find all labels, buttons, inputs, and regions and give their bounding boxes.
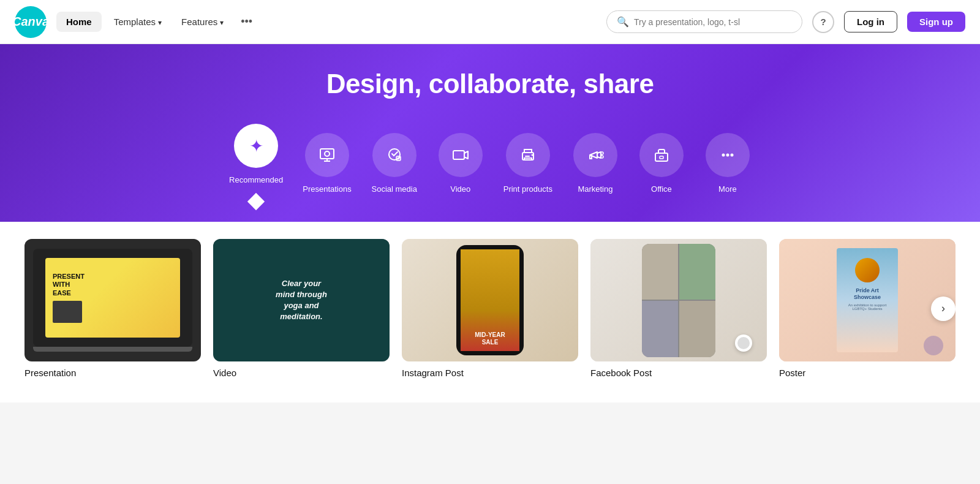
presentation-thumbnail: PRESENTWITHEASE — [24, 239, 201, 361]
cards-row: PRESENTWITHEASE Presentation Clear yourm… — [24, 239, 956, 378]
canva-logo[interactable]: Canva — [15, 6, 47, 38]
instagram-bg: MID-YEARSALE — [402, 239, 578, 361]
presentation-label: Presentation — [24, 368, 201, 378]
video-card-text: Clear yourmind throughyoga andmeditation… — [266, 268, 337, 333]
hero-title: Design, collaborate, share — [326, 69, 654, 99]
svg-point-14 — [726, 154, 729, 157]
office-icon — [639, 133, 684, 177]
features-chevron-icon — [220, 17, 224, 27]
card-instagram[interactable]: MID-YEARSALE Instagram Post — [402, 239, 578, 378]
print-products-icon — [506, 133, 550, 177]
svg-point-7 — [531, 154, 533, 156]
poster-title-text: Pride ArtShowcase — [854, 287, 881, 301]
hero-banner: Design, collaborate, share ✦ Recommended… — [0, 44, 980, 222]
svg-point-10 — [601, 156, 603, 158]
fb-phone-mockup — [642, 244, 715, 357]
card-facebook[interactable]: Facebook Post — [590, 239, 767, 378]
instagram-label: Instagram Post — [402, 368, 578, 378]
poster-thumbnail: Pride ArtShowcase An exhibition to suppo… — [779, 239, 956, 361]
card-presentation[interactable]: PRESENTWITHEASE Presentation — [24, 239, 201, 378]
video-label: Video — [450, 184, 470, 199]
signup-button[interactable]: Sign up — [907, 12, 965, 32]
search-input[interactable] — [634, 17, 792, 27]
recommended-label: Recommended — [229, 175, 283, 189]
category-recommended[interactable]: ✦ Recommended — [222, 121, 290, 208]
marketing-label: Marketing — [578, 184, 612, 199]
presentations-label: Presentations — [303, 184, 352, 199]
phone-screen-text: MID-YEARSALE — [475, 331, 505, 346]
instagram-thumbnail: MID-YEARSALE — [402, 239, 578, 361]
search-icon: 🔍 — [617, 16, 629, 28]
video-label-card: Video — [213, 368, 390, 378]
poster-bg: Pride ArtShowcase An exhibition to suppo… — [779, 239, 956, 361]
svg-rect-11 — [655, 153, 668, 161]
category-print-products[interactable]: Print products — [496, 130, 560, 199]
search-bar: 🔍 — [606, 10, 802, 33]
svg-rect-5 — [453, 151, 464, 159]
video-icon — [439, 133, 483, 177]
nav-features[interactable]: Features — [174, 12, 231, 32]
facebook-label: Facebook Post — [590, 368, 767, 378]
svg-point-9 — [601, 152, 603, 154]
office-label: Office — [651, 184, 672, 199]
svg-point-15 — [730, 154, 733, 157]
presentations-icon — [305, 133, 349, 177]
category-row: ✦ Recommended Presentations Social media… — [24, 121, 956, 208]
marketing-icon — [573, 133, 617, 177]
svg-point-13 — [722, 154, 725, 157]
nav-more-dots[interactable]: ••• — [236, 10, 257, 33]
facebook-bg — [590, 239, 767, 361]
nav-templates[interactable]: Templates — [107, 12, 169, 32]
card-video[interactable]: Clear yourmind throughyoga andmeditation… — [213, 239, 390, 378]
poster-circle — [855, 258, 880, 282]
social-media-label: Social media — [372, 184, 417, 199]
logo-text: Canva — [12, 15, 49, 29]
content-area: PRESENTWITHEASE Presentation Clear yourm… — [0, 222, 980, 403]
facebook-thumbnail — [590, 239, 767, 361]
svg-point-1 — [325, 151, 330, 156]
recommended-icon: ✦ — [234, 124, 278, 168]
card-poster[interactable]: Pride ArtShowcase An exhibition to suppo… — [779, 239, 956, 378]
navbar: Canva Home Templates Features ••• 🔍 ? Lo… — [0, 0, 980, 44]
more-icon — [706, 133, 750, 177]
svg-rect-0 — [320, 149, 334, 159]
print-products-label: Print products — [503, 184, 552, 199]
category-video[interactable]: Video — [430, 130, 491, 199]
svg-rect-4 — [396, 156, 401, 161]
svg-rect-8 — [525, 156, 530, 157]
video-thumbnail: Clear yourmind throughyoga andmeditation… — [213, 239, 390, 361]
phone-screen: MID-YEARSALE — [461, 249, 519, 351]
poster-mockup: Pride ArtShowcase An exhibition to suppo… — [837, 248, 898, 352]
next-button[interactable]: › — [931, 297, 956, 321]
more-label: More — [718, 184, 737, 199]
category-more[interactable]: More — [697, 130, 758, 199]
nav-home[interactable]: Home — [56, 12, 102, 32]
category-social-media[interactable]: Social media — [364, 130, 425, 199]
svg-rect-12 — [660, 156, 663, 159]
active-indicator — [247, 193, 265, 210]
poster-sub-text: An exhibition to supportLGBTQ+ Students — [848, 303, 887, 311]
login-button[interactable]: Log in — [844, 11, 897, 32]
laptop-frame: PRESENTWITHEASE — [33, 249, 192, 347]
category-marketing[interactable]: Marketing — [565, 130, 626, 199]
category-office[interactable]: Office — [631, 130, 692, 199]
phone-mockup: MID-YEARSALE — [456, 245, 524, 355]
help-button[interactable]: ? — [812, 11, 834, 33]
templates-chevron-icon — [158, 17, 162, 27]
category-presentations[interactable]: Presentations — [295, 130, 359, 199]
social-media-icon — [372, 133, 417, 177]
laptop-screen: PRESENTWITHEASE — [45, 258, 180, 338]
poster-label: Poster — [779, 368, 956, 378]
